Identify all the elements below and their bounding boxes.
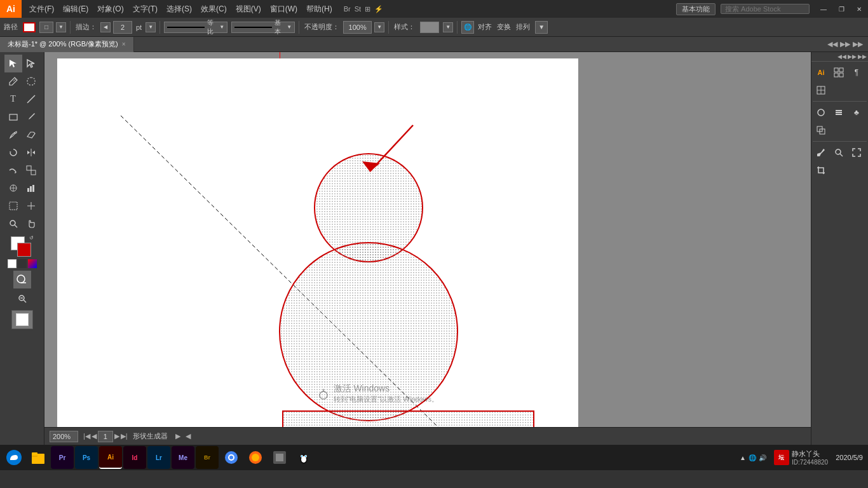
lasso-tool[interactable] bbox=[22, 72, 40, 90]
shape-builder-tool[interactable] bbox=[13, 271, 31, 288]
menu-object[interactable]: 对象(O) bbox=[93, 3, 127, 16]
tray-network[interactable]: 🌐 bbox=[749, 454, 756, 461]
column-chart-tool[interactable] bbox=[22, 179, 40, 197]
arrange-label[interactable]: 排列 bbox=[515, 22, 531, 32]
rp-icon-club[interactable]: ♣ bbox=[848, 104, 865, 121]
fill-none[interactable] bbox=[8, 259, 17, 268]
taskbar-photoshop[interactable]: Ps bbox=[75, 446, 98, 469]
zoom-tool[interactable] bbox=[4, 215, 22, 233]
taskbar-illustrator[interactable]: Ai bbox=[99, 446, 122, 469]
taskbar-penguin[interactable] bbox=[292, 446, 315, 469]
tab-expand-right[interactable]: ▶▶ bbox=[840, 40, 850, 48]
page-input[interactable] bbox=[98, 431, 113, 442]
rp-icon-crop[interactable] bbox=[813, 162, 829, 179]
menu-file[interactable]: 文件(F) bbox=[25, 3, 58, 16]
rp-icon-zoom[interactable] bbox=[831, 144, 847, 161]
menu-effect[interactable]: 效果(C) bbox=[197, 3, 231, 16]
shape-dropdown[interactable]: ▼ bbox=[56, 22, 66, 32]
rp-icon-transform[interactable] bbox=[813, 122, 829, 139]
rp-icon-expand[interactable] bbox=[848, 144, 865, 161]
warp-tool[interactable] bbox=[4, 161, 22, 179]
symbol-tool[interactable] bbox=[4, 179, 22, 197]
rp-icon-grid1[interactable] bbox=[831, 64, 847, 81]
system-clock[interactable]: 2020/5/9 bbox=[836, 454, 863, 461]
tab-expand-left[interactable]: ◀◀ bbox=[827, 40, 837, 48]
mirror-tool[interactable] bbox=[22, 144, 40, 161]
zoom-out-tool[interactable] bbox=[13, 290, 31, 308]
canvas-area[interactable]: 激活 Windows 转到"电脑设置"以激活 Windows。 |◀ ◀ ▶ ▶… bbox=[44, 52, 811, 445]
rp-icon-grid2[interactable] bbox=[813, 82, 829, 98]
taskbar-media-encoder[interactable]: Me bbox=[172, 446, 194, 469]
opacity-input[interactable] bbox=[343, 21, 372, 34]
document-tab[interactable]: 未标题-1* @ 200% (RGB/像素预览) × bbox=[0, 37, 134, 52]
stroke-line2-preview[interactable]: 基本 ▼ bbox=[231, 22, 295, 33]
select-tool[interactable] bbox=[4, 55, 22, 72]
page-nav-prev[interactable]: ◀ bbox=[92, 432, 97, 440]
stroke-width-input[interactable] bbox=[113, 21, 132, 34]
rp-icon-ai[interactable]: Ai bbox=[813, 64, 829, 81]
brush-tool[interactable] bbox=[22, 108, 40, 126]
shape-selector[interactable]: □ bbox=[39, 22, 53, 33]
menu-view[interactable]: 视图(V) bbox=[232, 3, 265, 16]
stroke-color-swatch[interactable] bbox=[23, 22, 36, 32]
globe-icon-btn[interactable]: 🌐 bbox=[461, 21, 474, 34]
status-arrow[interactable]: ▶ bbox=[175, 432, 180, 440]
menu-select[interactable]: 选择(S) bbox=[163, 3, 196, 16]
rp-icon-eyedropper[interactable] bbox=[813, 144, 829, 161]
workspace-button[interactable]: 基本功能 bbox=[676, 3, 715, 15]
menu-window[interactable]: 窗口(W) bbox=[266, 3, 301, 16]
page-nav-start[interactable]: |◀ bbox=[83, 432, 90, 440]
rp-icon-layers[interactable] bbox=[831, 104, 847, 121]
scale-tool[interactable] bbox=[22, 161, 40, 179]
arrange-dropdown[interactable]: ▼ bbox=[535, 21, 548, 34]
tray-volume[interactable]: 🔊 bbox=[759, 454, 766, 461]
tray-arrow[interactable]: ▲ bbox=[740, 454, 746, 461]
style-preview[interactable] bbox=[420, 22, 439, 33]
fill-black[interactable] bbox=[18, 259, 27, 268]
color-swatches[interactable]: ↺ bbox=[11, 236, 34, 259]
minimize-button[interactable]: — bbox=[815, 0, 832, 18]
tab-close-button[interactable]: × bbox=[122, 41, 126, 48]
stroke-dropdown[interactable]: ▼ bbox=[146, 22, 156, 32]
panel-options[interactable]: ▶▶ bbox=[858, 53, 867, 60]
style-dropdown[interactable]: ▼ bbox=[443, 22, 453, 32]
panel-collapse-left[interactable]: ◀◀ bbox=[837, 53, 846, 60]
fill-gradient[interactable] bbox=[28, 259, 37, 268]
menu-help[interactable]: 帮助(H) bbox=[302, 3, 336, 16]
status-scroll[interactable]: ◀ bbox=[186, 432, 191, 440]
menu-text[interactable]: 文字(T) bbox=[129, 3, 161, 16]
rp-icon-circle[interactable] bbox=[813, 104, 829, 121]
stroke-line-preview[interactable]: 等比 ▼ bbox=[164, 22, 227, 33]
rp-icon-paragraph[interactable]: ¶ bbox=[848, 64, 865, 81]
hand-tool[interactable] bbox=[22, 215, 40, 233]
panel-collapse-right[interactable]: ▶▶ bbox=[848, 53, 857, 60]
bridge-icon[interactable]: Br bbox=[344, 5, 351, 13]
taskbar-lightroom[interactable]: Lr bbox=[147, 446, 170, 469]
page-nav-end[interactable]: ▶| bbox=[121, 432, 128, 440]
close-button[interactable]: ✕ bbox=[850, 0, 868, 18]
align-label[interactable]: 对齐 bbox=[477, 22, 493, 32]
zoom-input[interactable] bbox=[50, 431, 78, 442]
type-tool[interactable]: T bbox=[4, 90, 22, 108]
opacity-dropdown[interactable]: ▼ bbox=[374, 22, 384, 32]
taskbar-indesign[interactable]: Id bbox=[123, 446, 146, 469]
transform-label[interactable]: 变换 bbox=[496, 22, 512, 32]
direct-select-tool[interactable] bbox=[22, 55, 40, 72]
taskbar-firefox[interactable] bbox=[244, 446, 267, 469]
erase-tool[interactable] bbox=[22, 126, 40, 144]
restore-button[interactable]: ❐ bbox=[832, 0, 850, 18]
taskbar-chrome[interactable] bbox=[220, 446, 243, 469]
rotate-tool[interactable] bbox=[4, 144, 22, 161]
stock-search-input[interactable] bbox=[721, 4, 810, 14]
line-tool[interactable] bbox=[22, 90, 40, 108]
rect-tool[interactable] bbox=[4, 108, 22, 126]
taskbar-file-manager[interactable] bbox=[268, 446, 291, 469]
stock-icon[interactable]: St bbox=[355, 5, 361, 13]
taskbar-bridge[interactable]: Br bbox=[196, 446, 219, 469]
taskbar-premiere[interactable]: Pr bbox=[51, 446, 74, 469]
page-nav-next[interactable]: ▶ bbox=[114, 432, 119, 440]
panel-toggle[interactable]: ▶▶ bbox=[853, 40, 863, 48]
slice-tool[interactable] bbox=[22, 197, 40, 215]
stroke-minus[interactable]: ◀ bbox=[100, 22, 111, 32]
pen-tool[interactable] bbox=[4, 72, 22, 90]
